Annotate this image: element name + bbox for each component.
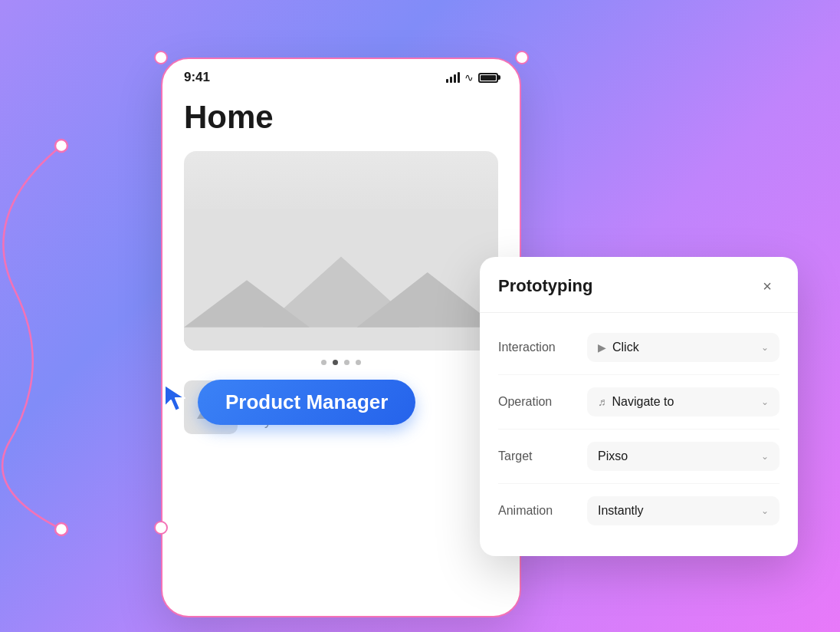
status-bar: 9:41 ∿ (162, 59, 520, 91)
interaction-select[interactable]: ▶ Click ⌄ (587, 333, 779, 362)
carousel-dot-4[interactable] (356, 360, 361, 365)
status-icons: ∿ (446, 71, 498, 84)
product-manager-button[interactable]: Product Manager (198, 380, 415, 425)
interaction-chevron-icon: ⌄ (761, 342, 769, 353)
navigate-small-icon: ♬ (598, 396, 606, 408)
svg-point-0 (55, 140, 67, 152)
operation-chevron-icon: ⌄ (761, 397, 769, 407)
target-select-content: Pixso (598, 449, 628, 463)
carousel-dots (184, 360, 498, 365)
selection-handle-bl[interactable] (154, 521, 168, 535)
interaction-select-content: ▶ Click (598, 341, 639, 354)
operation-select[interactable]: ♬ Navigate to ⌄ (587, 387, 779, 416)
hero-image-card (184, 151, 498, 351)
carousel-dot-1[interactable] (321, 360, 326, 365)
prototyping-close-button[interactable]: × (755, 274, 779, 298)
animation-row: Animation Instantly ⌄ (498, 484, 779, 538)
operation-select-content: ♬ Navigate to (598, 395, 674, 409)
prototyping-panel-body: Interaction ▶ Click ⌄ Operation ♬ Naviga… (480, 313, 798, 556)
carousel-dot-3[interactable] (344, 360, 349, 365)
operation-value: Navigate to (612, 395, 674, 409)
mountain-placeholder-icon (184, 209, 498, 351)
interaction-row: Interaction ▶ Click ⌄ (498, 321, 779, 375)
home-title: Home (184, 99, 498, 136)
target-value: Pixso (598, 449, 628, 463)
scene: 9:41 ∿ Home (0, 0, 840, 632)
signal-icon (446, 72, 460, 83)
mobile-frame: 9:41 ∿ Home (161, 58, 521, 617)
product-manager-button-wrapper: Product Manager (198, 380, 415, 425)
animation-chevron-icon: ⌄ (761, 505, 769, 516)
svg-point-1 (55, 523, 67, 535)
target-row: Target Pixso ⌄ (498, 430, 779, 484)
animation-select[interactable]: Instantly ⌄ (587, 496, 779, 525)
animation-label: Animation (498, 504, 575, 518)
prototyping-panel-header: Prototyping × (480, 257, 798, 313)
target-select[interactable]: Pixso ⌄ (587, 442, 779, 471)
operation-label: Operation (498, 395, 575, 409)
operation-row: Operation ♬ Navigate to ⌄ (498, 375, 779, 430)
wifi-icon: ∿ (464, 71, 474, 84)
hero-image-inner (184, 151, 498, 351)
animation-select-content: Instantly (598, 504, 644, 518)
pink-curve-decoration (0, 138, 92, 537)
interaction-value: Click (612, 341, 639, 354)
svg-marker-8 (165, 385, 185, 411)
cursor-small-icon: ▶ (598, 341, 606, 354)
carousel-dot-2[interactable] (333, 360, 338, 365)
status-time: 9:41 (184, 70, 210, 85)
animation-value: Instantly (598, 504, 644, 518)
interaction-label: Interaction (498, 341, 575, 354)
target-chevron-icon: ⌄ (761, 451, 769, 462)
target-label: Target (498, 449, 575, 463)
selection-handle-tr[interactable] (515, 51, 529, 64)
selection-handle-tl[interactable] (154, 51, 168, 64)
cursor-pointer-icon (163, 383, 194, 414)
battery-icon (478, 73, 498, 83)
prototyping-panel-title: Prototyping (498, 276, 592, 296)
prototyping-panel: Prototyping × Interaction ▶ Click ⌄ Oper… (480, 257, 798, 556)
